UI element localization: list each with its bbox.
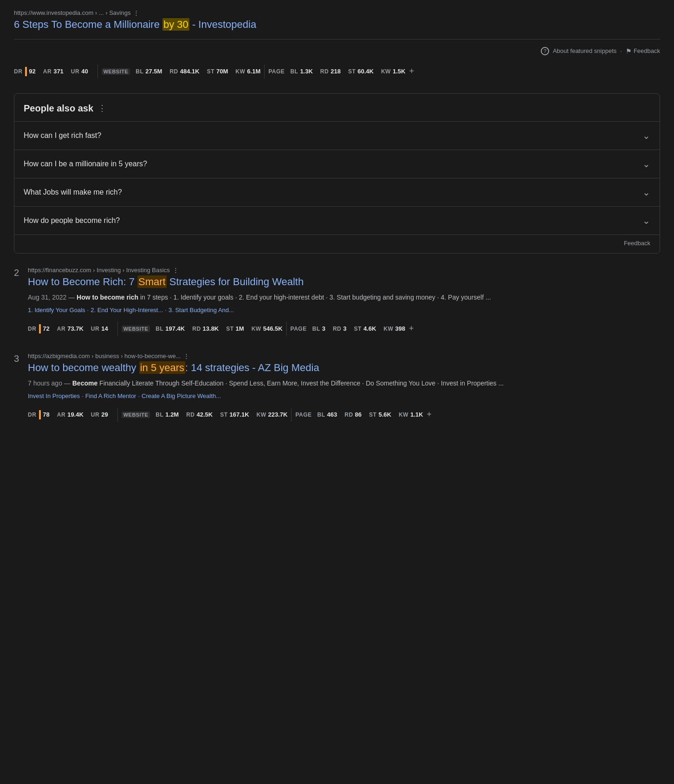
paa-item-4[interactable]: How do people become rich? ⌄ [14,207,660,235]
result-3-sub-link-2[interactable]: Find A Rich Mentor [85,392,136,399]
paa-item-2[interactable]: How can I be a millionaire in 5 years? ⌄ [14,150,660,178]
metric-dr-1: DR 92 [14,67,36,76]
metric-st-2: ST 1M [226,325,244,332]
metric-ur-2: UR 14 [91,325,108,332]
paa-chevron-4: ⌄ [642,215,650,226]
metric-ar-2: AR 73.7K [57,325,84,332]
metrics-plus-3[interactable]: + [427,410,432,419]
sep-sub-3: · [82,392,84,399]
result-3-snippet: 7 hours ago — Become Financially Literat… [28,378,660,388]
result-3-snippet-text: Financially Literate Through Self-Educat… [97,379,504,387]
divider-1 [14,39,660,39]
metrics-plus-1[interactable]: + [409,66,414,76]
metric-bl-1: BL 27.5M [136,68,162,75]
result-1-title[interactable]: 6 Steps To Become a Millionaire by 30 - … [14,18,660,32]
paa-menu[interactable]: ⋮ [98,103,106,113]
metrics-bar-1: DR 92 AR 371 UR 40 WEBSITE BL 27.5M RD 4… [14,61,660,82]
paa-item-4-text: How do people become rich? [24,216,120,225]
metrics-bar-2: DR 72 AR 73.7K UR 14 WEBSITE BL 197.4K R… [28,318,660,340]
result-2: 2 https://financebuzz.com › Investing › … [28,267,660,340]
result-1: https://www.investopedia.com › ... › Sav… [14,9,660,82]
metric-page-kw-2: KW 398 [383,325,405,332]
website-label-2: WEBSITE [122,326,150,332]
result-2-snippet-text: in 7 steps · 1. Identify your goals · 2.… [138,294,491,301]
metric-page-2: PAGE [291,326,307,332]
metric-page-st-3: ST 5.6K [369,411,391,418]
result-3-url-line: https://azbigmedia.com › business › how-… [28,353,660,359]
website-label-3: WEBSITE [122,412,150,418]
metric-kw-3: KW 223.7K [257,411,288,418]
sep-2 [264,65,265,78]
metric-st-3: ST 167.1K [220,411,249,418]
result-2-url-line: https://financebuzz.com › Investing › In… [28,267,660,274]
feedback-label-1: Feedback [634,47,660,54]
paa-title: People also ask [24,103,93,114]
result-2-number: 2 [14,268,19,278]
metric-kw-2: KW 546.5K [252,325,283,332]
metric-ur-1: UR 40 [71,68,88,75]
about-snippets-text[interactable]: About featured snippets [553,47,616,54]
metrics-bar-3: DR 78 AR 19.4K UR 29 WEBSITE BL 1.2M RD … [28,404,660,425]
metric-page-st-1: ST 60.4K [348,68,374,75]
paa-chevron-3: ⌄ [642,187,650,198]
sep-sub-1: · [87,307,89,314]
result-3-number: 3 [14,353,19,364]
result-2-menu[interactable]: ⋮ [173,267,179,274]
people-also-ask: People also ask ⋮ How can I get rich fas… [14,93,660,254]
result-1-url-line: https://www.investopedia.com › ... › Sav… [14,9,660,16]
metric-page-1: PAGE [268,68,285,75]
result-2-date: Aug 31, 2022 — [28,294,77,301]
paa-item-3-text: What Jobs will make me rich? [24,188,122,196]
result-3-url: https://azbigmedia.com › business › how-… [28,353,181,359]
result-3-snippet-bold: Become [72,379,97,387]
metric-page-bl-3: BL 463 [318,411,337,418]
paa-item-3[interactable]: What Jobs will make me rich? ⌄ [14,178,660,207]
metric-bl-2: BL 197.4K [156,325,185,332]
metric-ar-1: AR 371 [43,68,64,75]
result-3-sub-link-3[interactable]: Create A Big Picture Wealth... [142,392,221,399]
result-2-sub-link-1[interactable]: 1. Identify Your Goals [28,307,85,314]
result-2-sub-links: 1. Identify Your Goals · 2. End Your Hig… [28,307,660,314]
metric-page-bl-1: BL 1.3K [290,68,312,75]
feedback-icon-1[interactable]: ⚑ Feedback [626,47,660,55]
result-2-snippet: Aug 31, 2022 — How to become rich in 7 s… [28,292,660,302]
sep-sub-4: · [138,392,140,399]
result-2-title-part2: Strategies for Building Wealth [167,276,304,287]
paa-header: People also ask ⋮ [14,94,660,122]
result-3: 3 https://azbigmedia.com › business › ho… [28,353,660,425]
result-1-url: https://www.investopedia.com › ... › Sav… [14,9,130,16]
paa-item-1-text: How can I get rich fast? [24,131,101,140]
metric-ar-3: AR 19.4K [57,411,84,418]
dr-bar-1 [25,67,27,76]
paa-feedback[interactable]: Feedback [14,235,660,253]
metric-page-rd-3: RD 86 [344,411,362,418]
metric-dr-3: DR 78 [28,410,50,419]
metric-page-3: PAGE [295,412,311,418]
metric-page-bl-2: BL 3 [312,325,325,332]
result-3-menu[interactable]: ⋮ [183,353,189,359]
metric-ur-3: UR 29 [91,411,108,418]
sep-1 [97,65,98,78]
paa-item-1[interactable]: How can I get rich fast? ⌄ [14,122,660,150]
website-label-1: WEBSITE [102,68,130,75]
metric-rd-2: RD 13.8K [192,325,219,332]
dr-bar-2 [39,324,41,333]
sep-sub-2: · [165,307,167,314]
dr-bar-3 [39,410,41,419]
result-2-sub-link-3[interactable]: 3. Start Budgeting And... [168,307,234,314]
result-3-date: 7 hours ago — [28,379,72,387]
result-3-sub-link-1[interactable]: Invest In Properties [28,392,80,399]
result-2-sub-link-2[interactable]: 2. End Your High-Interest... [91,307,163,314]
result-2-url: https://financebuzz.com › Investing › In… [28,267,170,274]
result-3-title[interactable]: How to become wealthy in 5 years: 14 str… [28,361,660,375]
result-2-title-highlight: Smart [137,275,167,288]
result-2-title[interactable]: How to Become Rich: 7 Smart Strategies f… [28,275,660,289]
result-1-menu[interactable]: ⋮ [133,9,139,16]
result-1-title-part1: 6 Steps To Become a Millionaire [14,19,162,30]
paa-chevron-1: ⌄ [642,130,650,141]
metrics-plus-2[interactable]: + [409,324,414,333]
metric-bl-3: BL 1.2M [156,411,179,418]
sep-5 [117,408,118,422]
metric-rd-1: RD 484.1K [169,68,199,75]
question-icon: ? [541,47,549,55]
